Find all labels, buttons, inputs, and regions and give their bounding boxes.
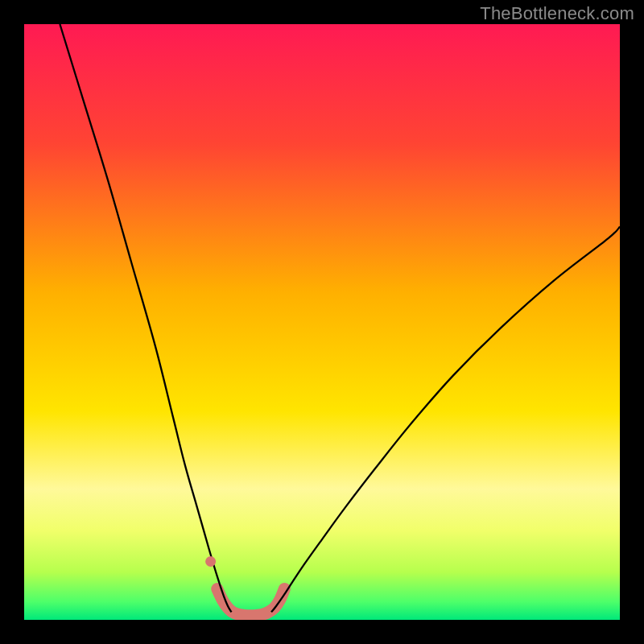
plot-svg <box>24 24 620 620</box>
chart-stage: TheBottleneck.com <box>0 0 644 644</box>
watermark-text: TheBottleneck.com <box>480 3 634 24</box>
series-dot <box>205 556 216 567</box>
gradient-background <box>24 24 620 620</box>
